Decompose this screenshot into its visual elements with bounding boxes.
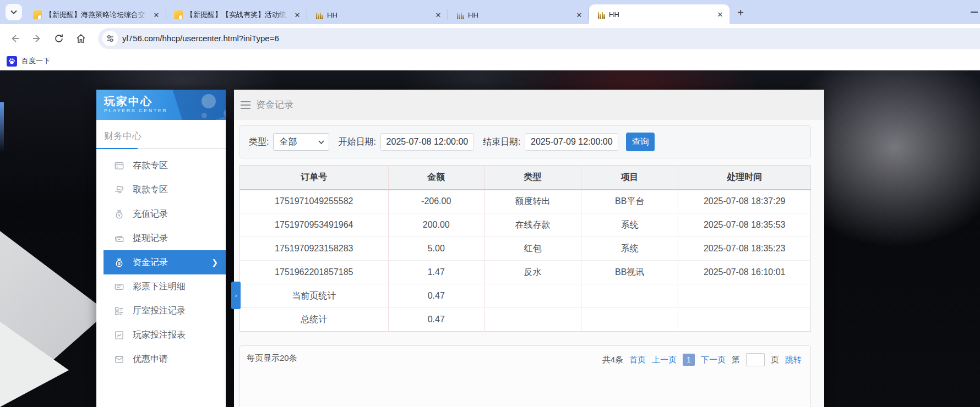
sidebar-header: 玩家中心 PLAYERS CENTER — [96, 90, 226, 120]
minimize-icon[interactable] — [971, 12, 978, 13]
reload-button[interactable] — [52, 31, 66, 46]
table-cell: 0.47 — [388, 284, 484, 308]
hh-gold-favicon-icon — [456, 10, 465, 19]
table-cell: 1751971049255582 — [240, 190, 389, 213]
funds-table: 订单号金额类型项目处理时间 1751971049255582-206.00额度转… — [239, 165, 811, 332]
prev-page-link[interactable]: 上一页 — [652, 355, 677, 365]
tab-search-button[interactable] — [6, 4, 22, 20]
next-page-link[interactable]: 下一页 — [701, 355, 726, 365]
room-list-icon — [114, 306, 124, 316]
sidebar-item-label: 厅室投注记录 — [133, 305, 186, 317]
table-cell — [678, 284, 811, 308]
page-jump-input[interactable] — [746, 353, 765, 366]
sidebar-item-moneybag[interactable]: 充值记录 — [96, 202, 226, 226]
search-button[interactable]: 查询 — [626, 133, 655, 151]
sidebar-item-withdraw-hand[interactable]: 取款专区 — [96, 178, 226, 202]
home-button[interactable] — [74, 31, 88, 46]
sidebar-item-label: 优惠申请 — [133, 354, 168, 365]
table-cell: 5.00 — [388, 237, 484, 261]
sidebar-item-ticket[interactable]: 彩票下注明细 — [96, 274, 226, 299]
table-cell: 1751970953491964 — [240, 213, 389, 237]
hh-gold-favicon-icon — [597, 10, 606, 19]
panel-header: 资金记录 — [234, 90, 824, 120]
sidebar-item-label: 提现记录 — [133, 233, 168, 244]
tab-close-icon[interactable]: ✕ — [292, 10, 302, 20]
table-row: 总统计0.47 — [240, 308, 811, 332]
start-date-label: 开始日期: — [338, 136, 375, 148]
browser-tab[interactable]: HH✕ — [448, 6, 589, 24]
sidebar-item-wallet[interactable]: 提现记录 — [96, 226, 226, 250]
new-tab-button[interactable]: + — [733, 5, 748, 20]
current-page-badge[interactable]: 1 — [683, 354, 695, 366]
ticket-icon — [114, 282, 124, 292]
sidebar-item-label: 资金记录 — [133, 257, 168, 268]
sidebar-item-funds[interactable]: 资金记录❯ — [104, 250, 226, 274]
table-cell: 在线存款 — [484, 213, 581, 237]
sidebar-title: 玩家中心 — [104, 95, 226, 108]
sidebar-item-label: 彩票下注明细 — [133, 281, 186, 293]
type-select-value: 全部 — [279, 136, 297, 148]
forum-favicon-icon — [174, 10, 183, 19]
table-cell: 系统 — [581, 213, 678, 237]
tab-close-icon[interactable]: ✕ — [715, 9, 725, 19]
table-row: 当前页统计0.47 — [240, 284, 811, 308]
forward-button[interactable] — [30, 31, 44, 46]
end-date-label: 结束日期: — [483, 136, 520, 148]
deposit-card-icon — [114, 161, 124, 171]
sidebar-item-promo[interactable]: 优惠申请 — [96, 347, 226, 371]
tab-close-icon[interactable]: ✕ — [151, 10, 161, 20]
page-background: 玩家中心 PLAYERS CENTER 财务中心 存款专区取款专区充值记录提现记… — [0, 70, 980, 407]
table-cell: BB平台 — [581, 190, 678, 213]
browser-tab[interactable]: HH✕ — [589, 4, 729, 24]
back-button[interactable] — [8, 31, 22, 46]
first-page-link[interactable]: 首页 — [629, 355, 646, 365]
table-cell: 1.47 — [388, 261, 484, 284]
sidebar-item-label: 存款专区 — [133, 160, 168, 172]
moneybag-icon — [114, 209, 124, 219]
promo-icon — [114, 354, 124, 365]
address-bar[interactable]: yl756.com/hhcp/usercenter.html?iniType=6 — [98, 28, 980, 49]
pagination-bar: 每页显示20条 共4条 首页 上一页 1 下一页 第 页 跳转 — [239, 345, 811, 407]
site-settings-icon[interactable] — [102, 31, 118, 46]
sidebar-item-deposit-card[interactable]: 存款专区 — [96, 153, 226, 178]
filter-bar: 类型: 全部 开始日期: 结束日期: 查询 — [239, 125, 811, 158]
bookmarks-bar: 百度一下 — [0, 52, 980, 70]
hh-gold-favicon-icon — [315, 10, 324, 19]
end-date-input[interactable] — [525, 133, 618, 151]
url-text[interactable]: yl756.com/hhcp/usercenter.html?iniType=6 — [122, 34, 279, 43]
type-select[interactable]: 全部 — [273, 133, 329, 151]
jump-button[interactable]: 跳转 — [785, 355, 802, 365]
table-cell: 0.47 — [388, 308, 484, 332]
sidebar-menu: 存款专区取款专区充值记录提现记录资金记录❯彩票下注明细厅室投注记录玩家投注报表优… — [96, 153, 226, 371]
browser-tab[interactable]: HH✕ — [307, 6, 448, 24]
tab-title: 【新提醒】【实战有奖】活动统 — [186, 10, 289, 20]
column-header: 类型 — [484, 166, 581, 190]
browser-tab[interactable]: 【新提醒】【实战有奖】活动统✕ — [166, 6, 307, 24]
jump-label-post: 页 — [771, 355, 779, 365]
jump-label-pre: 第 — [732, 355, 740, 365]
background-glow — [0, 102, 4, 152]
sidebar-collapse-handle[interactable]: › — [231, 282, 241, 309]
tab-title: 【新提醒】海燕策略论坛综合交 — [45, 10, 148, 20]
sidebar-item-report[interactable]: 玩家投注报表 — [96, 323, 226, 347]
tab-title: HH — [468, 11, 571, 19]
start-date-input[interactable] — [380, 133, 474, 151]
table-row: 17519709231582835.00红包系统2025-07-08 18:35… — [240, 237, 811, 261]
table-cell: 额度转出 — [484, 190, 581, 213]
hamburger-icon[interactable] — [241, 101, 251, 109]
bookmark-baidu[interactable]: 百度一下 — [7, 56, 50, 67]
tab-close-icon[interactable]: ✕ — [433, 10, 443, 20]
sidebar-item-room-list[interactable]: 厅室投注记录 — [96, 299, 226, 323]
tab-close-icon[interactable]: ✕ — [574, 10, 584, 20]
table-row: 1751970953491964200.00在线存款系统2025-07-08 1… — [240, 213, 811, 237]
browser-tab[interactable]: 【新提醒】海燕策略论坛综合交✕ — [25, 6, 166, 24]
column-header: 处理时间 — [678, 166, 811, 190]
table-cell — [581, 284, 678, 308]
tab-strip: 【新提醒】海燕策略论坛综合交✕【新提醒】【实战有奖】活动统✕HH✕HH✕HH✕ … — [0, 0, 980, 24]
table-cell: 红包 — [484, 237, 581, 261]
table-cell: 1751970923158283 — [240, 237, 389, 261]
forum-favicon-icon — [33, 10, 42, 19]
total-count-text: 共4条 — [602, 355, 623, 365]
sidebar-item-label: 取款专区 — [133, 184, 168, 196]
section-divider — [96, 148, 226, 149]
